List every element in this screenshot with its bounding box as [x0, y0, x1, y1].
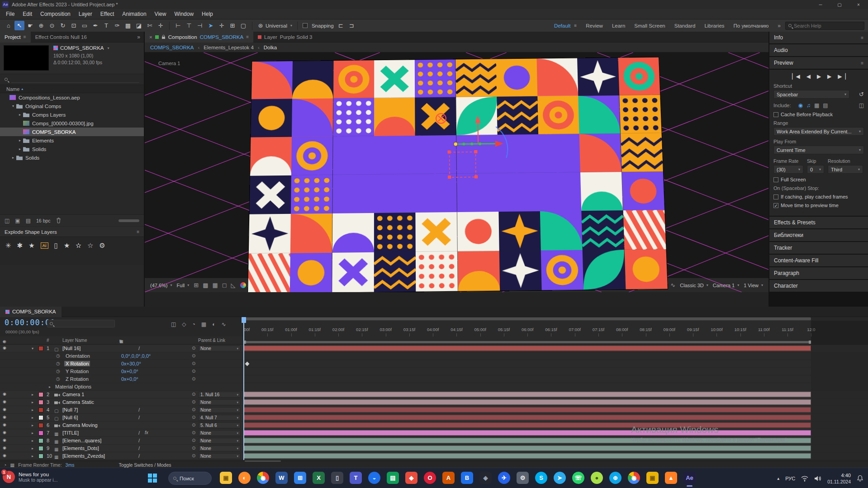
transform-gizmo[interactable] [428, 108, 529, 194]
panel-effects-presets[interactable]: Effects & Presets [769, 217, 868, 228]
reset-icon[interactable]: ↺ [859, 91, 864, 98]
panel-audio[interactable]: Audio [769, 44, 868, 56]
access-icon[interactable]: ◆ [405, 472, 417, 484]
pick-whip-icon[interactable]: ⊙ [192, 445, 195, 450]
property-value[interactable]: 0x+0,0° [121, 376, 138, 382]
parent-link-column-header[interactable]: Parent & Link [198, 338, 225, 343]
render-engine-icon[interactable]: ◫ [859, 102, 864, 109]
checkbox[interactable] [773, 177, 778, 182]
dark-app-icon[interactable]: ◈ [479, 472, 492, 484]
project-item-solids[interactable]: ▸Solids [0, 153, 144, 162]
expand-arrow-icon[interactable]: ▸ [32, 400, 33, 404]
illustrator-badge-icon[interactable]: Ai [41, 242, 48, 249]
property-value[interactable]: 0x+30,0° [121, 361, 141, 366]
play-button[interactable]: ▶ [817, 73, 821, 80]
axis-local-icon[interactable]: ⊢ [173, 21, 183, 30]
layer-duration-bar[interactable] [244, 399, 811, 405]
workspace-default[interactable]: Default [554, 23, 570, 28]
network-icon[interactable] [801, 475, 808, 482]
layer-row[interactable]: ◉▾1▢[Null 16]/⊙None▾ [0, 345, 244, 352]
autodesk-icon[interactable]: A [442, 472, 455, 484]
layer-duration-bar[interactable] [244, 407, 811, 412]
notifications-bell-icon[interactable] [857, 475, 863, 482]
chrome-profile-icon[interactable]: ◉ [628, 472, 640, 484]
workspace-learn[interactable]: Learn [612, 23, 625, 28]
graph-editor-toggle-icon[interactable]: ∿ [221, 321, 226, 327]
panel-menu-icon[interactable]: ≡ [137, 229, 139, 234]
excel-icon[interactable]: X [313, 472, 325, 484]
parent-dropdown[interactable]: None▾ [198, 445, 241, 451]
frame-rate-dropdown[interactable]: (30)▾ [773, 165, 803, 174]
project-search[interactable] [0, 74, 144, 85]
expand-arrow-icon[interactable]: ▸ [32, 393, 33, 397]
visibility-eye-icon[interactable]: ◉ [3, 392, 6, 396]
label-color-swatch[interactable] [39, 416, 43, 420]
puppet-pin-tool-icon[interactable]: ✛ [156, 21, 166, 30]
tab-layer[interactable]: Layer Purple Solid 3 [253, 32, 317, 43]
hand-tool-icon[interactable]: ☛ [25, 21, 35, 30]
rotation-tool-icon[interactable]: ↻ [58, 21, 68, 30]
pick-whip-icon[interactable]: ⊙ [192, 453, 195, 458]
label-color-swatch[interactable] [39, 346, 43, 351]
start-button[interactable] [147, 473, 157, 483]
track-row[interactable] [244, 414, 868, 422]
explode-asterisk-outline-icon[interactable]: ✳ [5, 242, 11, 250]
next-frame-button[interactable]: ▶ [827, 73, 831, 80]
universal-dropdown[interactable]: ⊛ Universal▾ [257, 21, 292, 30]
track-row[interactable] [244, 345, 868, 352]
number-column-header[interactable]: # [47, 338, 49, 343]
workspace-overflow-icon[interactable]: » [778, 23, 781, 29]
menu-layer[interactable]: Layer [75, 11, 96, 17]
phone-link-icon[interactable]: ▯ [331, 472, 343, 484]
browser-globe-icon[interactable]: ⊕ [609, 472, 621, 484]
project-item-comps-sborka[interactable]: COMPS_SBORKA [0, 128, 144, 136]
property-row[interactable]: ▸Material Options [0, 383, 244, 391]
project-item-elements[interactable]: ▸Elements [0, 136, 144, 145]
vlc-icon[interactable]: ▲ [665, 472, 677, 484]
workspace-small-screen[interactable]: Small Screen [634, 23, 665, 28]
property-row[interactable]: ◷Y Rotation0x+0,0°⊙ [0, 368, 244, 375]
label-color-swatch[interactable] [39, 431, 43, 435]
visibility-eye-icon[interactable]: ◉ [3, 346, 6, 350]
star-badge-icon[interactable]: ✫ [76, 242, 81, 250]
pick-whip-icon[interactable]: ⊙ [192, 346, 195, 351]
time-navigator[interactable] [244, 317, 868, 321]
full-screen-option[interactable]: Full Screen [773, 177, 864, 182]
panel-preview[interactable]: Preview≡ [769, 57, 868, 69]
expand-arrow-icon[interactable]: ▸ [17, 113, 23, 117]
layer-row[interactable]: ◉▸6Camera Moving⊙5. Null 6▾ [0, 422, 244, 429]
new-composition-icon[interactable]: ▤ [26, 218, 31, 224]
quality-switch[interactable]: / [138, 445, 140, 451]
layer-name[interactable]: [Null 6] [62, 415, 78, 420]
snapping-toggle[interactable]: Snapping [303, 23, 334, 28]
tab-effect-controls[interactable]: Effect Controls Null 16 [31, 32, 91, 43]
parent-dropdown[interactable]: None▾ [198, 346, 241, 351]
include-video-icon[interactable]: ◉ [798, 102, 803, 109]
breadcrumb-precomp[interactable]: Elements_Lepestok 4 [204, 45, 254, 50]
menu-edit[interactable]: Edit [19, 11, 36, 17]
opera-icon[interactable]: O [424, 472, 436, 484]
layer-row[interactable]: ◉▸8▦[Elemen...quares]/⊙None▾ [0, 437, 244, 445]
quality-switch[interactable]: / [138, 346, 140, 351]
quality-switch[interactable]: / [138, 453, 140, 459]
layer-name[interactable]: [Elemen...quares] [62, 438, 101, 443]
axis-view-icon[interactable]: ⊣ [195, 21, 205, 30]
expand-arrow-icon[interactable]: ▾ [32, 346, 33, 351]
mask-toggle-icon[interactable]: ▢ [238, 21, 248, 30]
layer-name-column-header[interactable]: Layer Name [62, 338, 87, 343]
visibility-eye-icon[interactable]: ◉ [3, 422, 6, 427]
time-ruler[interactable]: 00f00:15f01:00f01:15f02:00f02:15f03:00f0… [244, 317, 868, 345]
checkbox[interactable]: ✓ [773, 203, 778, 208]
layer-name[interactable]: [Null 7] [62, 407, 78, 412]
explode-asterisk-solid-icon[interactable]: ✱ [17, 242, 23, 250]
teams-icon[interactable]: T [350, 472, 362, 484]
visibility-eye-icon[interactable]: ◉ [3, 415, 6, 419]
parent-dropdown[interactable]: 5. Null 6▾ [198, 422, 241, 428]
layer-row[interactable]: ◉▸3Camera Static⊙None▾ [0, 398, 244, 406]
parent-dropdown[interactable]: None▾ [198, 453, 241, 459]
skip-dropdown[interactable]: 0▾ [807, 165, 824, 174]
parent-dropdown[interactable]: None▾ [198, 399, 241, 405]
tab-composition[interactable]: × Composition COMPS_SBORKA ≡ [145, 32, 253, 43]
pick-whip-icon[interactable]: ⊙ [192, 376, 195, 381]
selection-tool-icon[interactable]: ↖ [14, 21, 24, 30]
